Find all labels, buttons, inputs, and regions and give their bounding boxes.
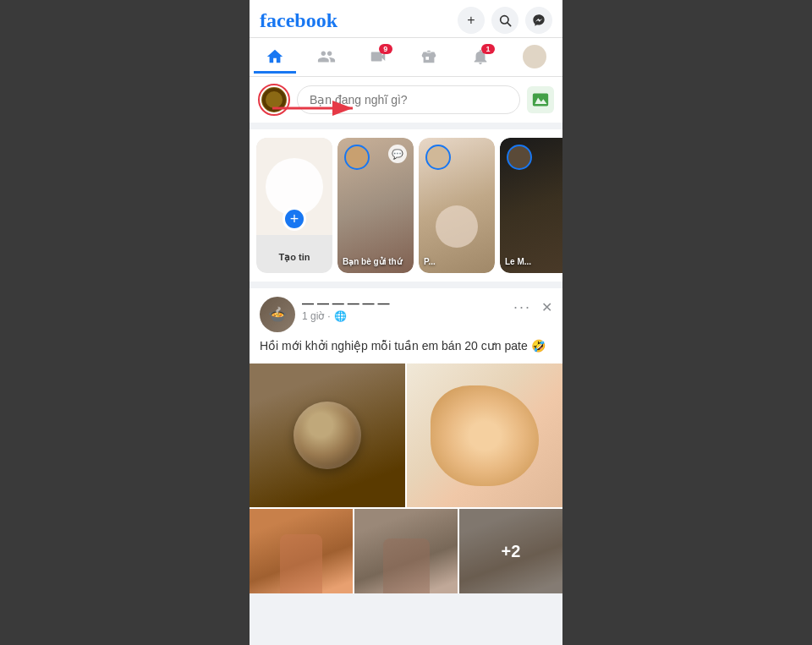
header-actions: + bbox=[458, 7, 552, 34]
story-username-2: P... bbox=[424, 257, 490, 266]
profile-avatar bbox=[523, 45, 546, 68]
story-avatar-2 bbox=[425, 145, 451, 170]
post-image-5[interactable]: +2 bbox=[459, 509, 562, 593]
home-icon bbox=[266, 47, 284, 66]
post-image-3[interactable] bbox=[250, 509, 353, 593]
app-header: facebook + bbox=[250, 0, 562, 38]
story-card-2[interactable]: P... bbox=[419, 138, 495, 273]
notifications-badge: 1 bbox=[481, 44, 495, 54]
kimchi-visual bbox=[407, 363, 562, 507]
story-create-card[interactable]: + Tạo tin bbox=[256, 138, 332, 273]
post-input-field[interactable] bbox=[297, 85, 520, 114]
kimchi-inner-visual bbox=[431, 385, 540, 486]
app-title: facebook bbox=[260, 9, 337, 32]
post-meta: 1 giờ · 🌐 bbox=[302, 310, 502, 322]
post-username: — — — — — — bbox=[302, 297, 502, 310]
nav-item-notifications[interactable]: 1 bbox=[459, 42, 502, 74]
avatar-ring bbox=[262, 88, 286, 112]
nav-item-marketplace[interactable] bbox=[408, 42, 450, 74]
navigation-bar: 9 1 bbox=[250, 38, 562, 77]
privacy-globe-icon: 🌐 bbox=[334, 310, 347, 322]
create-story-label: Tạo tin bbox=[279, 235, 310, 263]
post-text: Hồi mới khởi nghiệp mỗi tuần em bán 20 c… bbox=[250, 337, 562, 363]
news-feed: 🍲 — — — — — — 1 giờ · 🌐 ··· ✕ Hồi mới kh… bbox=[250, 288, 562, 645]
messenger-button[interactable] bbox=[525, 7, 552, 34]
post-user-avatar[interactable]: 🍲 bbox=[260, 297, 295, 332]
story-message-icon: 💬 bbox=[388, 145, 407, 163]
user-avatar-post[interactable] bbox=[258, 84, 290, 116]
food-bowl-visual bbox=[294, 402, 361, 469]
dot-separator: · bbox=[327, 310, 330, 322]
post-image-1[interactable] bbox=[250, 363, 405, 507]
post-header: 🍲 — — — — — — 1 giờ · 🌐 ··· ✕ bbox=[250, 288, 562, 337]
avatar-food-icon: 🍲 bbox=[260, 297, 295, 332]
post-close-button[interactable]: ✕ bbox=[541, 299, 552, 315]
nav-item-profile[interactable] bbox=[511, 40, 558, 76]
nav-item-friends[interactable] bbox=[305, 42, 348, 74]
story-avatar-1 bbox=[344, 145, 370, 170]
post-time: 1 giờ bbox=[302, 310, 324, 322]
story-card-3[interactable]: Le M... bbox=[500, 138, 562, 273]
story-avatar-3 bbox=[507, 145, 532, 170]
post-images-row2: +2 bbox=[250, 509, 562, 593]
post-images-grid bbox=[250, 363, 562, 507]
story-username-1: Bạn bè gửi thứ bbox=[343, 257, 409, 266]
nav-item-home[interactable] bbox=[254, 42, 296, 74]
post-card: 🍲 — — — — — — 1 giờ · 🌐 ··· ✕ Hồi mới kh… bbox=[250, 288, 562, 593]
video-badge: 9 bbox=[379, 44, 392, 54]
photo-icon bbox=[532, 91, 549, 108]
story-username-3: Le M... bbox=[505, 257, 562, 266]
create-post-bar bbox=[250, 77, 562, 129]
svg-line-3 bbox=[508, 23, 511, 26]
nav-item-video[interactable]: 9 bbox=[357, 42, 399, 74]
marketplace-icon bbox=[420, 47, 438, 66]
story-card-1[interactable]: 💬 Bạn bè gửi thứ bbox=[337, 138, 414, 273]
photo-upload-button[interactable] bbox=[527, 86, 554, 113]
friends-icon bbox=[317, 47, 336, 66]
more-images-overlay: +2 bbox=[459, 509, 562, 593]
post-image-4[interactable] bbox=[354, 509, 458, 593]
stories-section: + Tạo tin 💬 Bạn bè gửi thứ P... L bbox=[250, 129, 562, 288]
post-more-button[interactable]: ··· bbox=[508, 297, 536, 318]
post-user-info: — — — — — — 1 giờ · 🌐 bbox=[302, 297, 502, 322]
create-story-plus: + bbox=[283, 207, 306, 231]
post-actions: ··· ✕ bbox=[508, 297, 552, 318]
avatar-image bbox=[261, 87, 287, 112]
search-button[interactable] bbox=[491, 7, 518, 34]
add-button[interactable]: + bbox=[458, 7, 485, 34]
post-image-2[interactable] bbox=[407, 363, 562, 507]
